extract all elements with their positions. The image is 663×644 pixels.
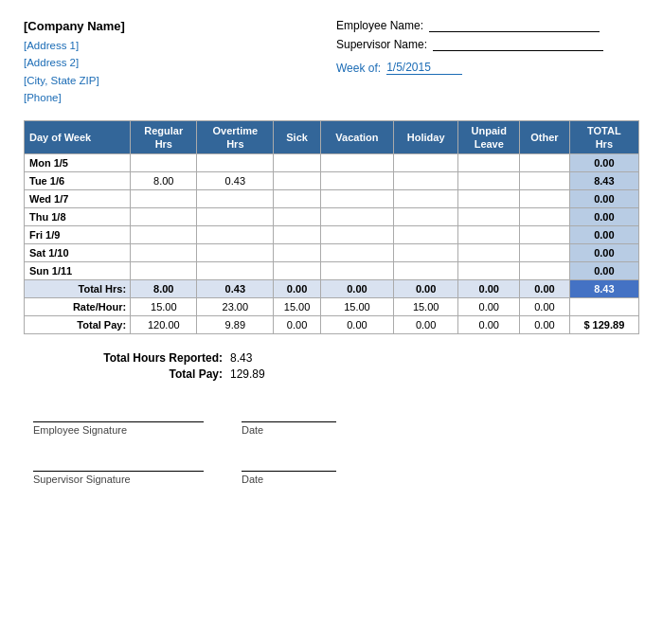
table-cell: [197, 262, 274, 280]
employee-name-label: Employee Name:: [336, 19, 423, 32]
employee-name-line: [429, 19, 600, 32]
table-cell: [131, 154, 197, 172]
table-cell: [458, 154, 520, 172]
table-cell: [458, 262, 520, 280]
table-header-row: Day of Week RegularHrs OvertimeHrs Sick …: [25, 120, 639, 154]
table-row: Fri 1/90.00: [25, 226, 639, 244]
header-section: [Company Name] [Address 1] [Address 2] […: [24, 19, 639, 107]
table-cell: [131, 262, 197, 280]
summary-hours-value: 8.43: [230, 351, 252, 365]
col-other: Other: [520, 120, 570, 154]
table-cell: [197, 208, 274, 226]
table-cell: Sat 1/10: [25, 244, 131, 262]
address1: [Address 1]: [24, 37, 125, 54]
table-cell: [320, 262, 393, 280]
summary-pay-row: Total Pay: 129.89: [81, 367, 639, 381]
pay-cell: 0.00: [393, 316, 457, 334]
table-cell: [458, 172, 520, 190]
table-cell: 8.00: [131, 172, 197, 190]
address2: [Address 2]: [24, 54, 125, 71]
total-hrs-cell: 0.00: [458, 280, 520, 298]
table-cell: Thu 1/8: [25, 208, 131, 226]
summary-pay-value: 129.89: [230, 367, 265, 381]
week-label: Week of:: [336, 62, 381, 75]
table-cell: [458, 190, 520, 208]
pay-cell: 9.89: [197, 316, 274, 334]
table-cell: Mon 1/5: [25, 154, 131, 172]
employee-name-row: Employee Name:: [336, 19, 600, 32]
total-pay-row: Total Pay:120.009.890.000.000.000.000.00…: [25, 316, 639, 334]
summary-pay-label: Total Pay:: [81, 367, 223, 381]
table-cell: [393, 262, 457, 280]
table-cell: [320, 244, 393, 262]
col-vacation: Vacation: [320, 120, 393, 154]
table-cell: [274, 190, 321, 208]
employee-sig-block: Employee Signature: [33, 409, 204, 436]
total-hrs-cell: 0.00: [320, 280, 393, 298]
supervisor-name-line: [433, 38, 603, 51]
table-cell: [274, 244, 321, 262]
table-cell: [520, 226, 570, 244]
pay-cell: 0.00: [458, 316, 520, 334]
signature-section: Employee Signature Date Supervisor Signa…: [24, 409, 639, 485]
supervisor-sig-row: Supervisor Signature Date: [33, 458, 639, 485]
table-cell: [320, 154, 393, 172]
table-cell: [520, 172, 570, 190]
table-cell: 0.00: [569, 262, 638, 280]
table-cell: [131, 208, 197, 226]
supervisor-sig-block: Supervisor Signature: [33, 458, 204, 485]
rate-cell: 0.00: [458, 298, 520, 316]
table-cell: [393, 172, 457, 190]
table-cell: [274, 172, 321, 190]
total-hrs-cell: 0.00: [274, 280, 321, 298]
table-cell: [197, 190, 274, 208]
total-hrs-cell: 0.00: [520, 280, 570, 298]
total-hrs-cell: 0.00: [393, 280, 457, 298]
table-cell: Tue 1/6: [25, 172, 131, 190]
table-cell: Sun 1/11: [25, 262, 131, 280]
table-cell: Fri 1/9: [25, 226, 131, 244]
rate-cell: 15.00: [320, 298, 393, 316]
rate-cell: 0.00: [520, 298, 570, 316]
pay-cell: $ 129.89: [569, 316, 638, 334]
total-hrs-cell: 8.00: [131, 280, 197, 298]
company-name: [Company Name]: [24, 19, 125, 33]
table-cell: 8.43: [569, 172, 638, 190]
col-overtime: OvertimeHrs: [197, 120, 274, 154]
table-row: Mon 1/50.00: [25, 154, 639, 172]
rate-cell: 15.00: [131, 298, 197, 316]
col-sick: Sick: [274, 120, 321, 154]
supervisor-date-line: [242, 458, 336, 472]
table-cell: [197, 226, 274, 244]
summary-hours-row: Total Hours Reported: 8.43: [81, 351, 639, 365]
table-cell: [274, 154, 321, 172]
table-cell: [393, 244, 457, 262]
table-cell: [274, 226, 321, 244]
employee-info: Employee Name: Supervisor Name: Week of:…: [336, 19, 639, 107]
col-regular: RegularHrs: [131, 120, 197, 154]
total-hrs-row: Total Hrs:8.000.430.000.000.000.000.008.…: [25, 280, 639, 298]
summary-hours-label: Total Hours Reported:: [81, 351, 223, 365]
rate-cell: 15.00: [274, 298, 321, 316]
table-cell: [131, 190, 197, 208]
table-cell: [520, 244, 570, 262]
employee-date-block: Date: [242, 409, 336, 436]
supervisor-sig-label: Supervisor Signature: [33, 474, 204, 485]
table-cell: 0.43: [197, 172, 274, 190]
table-row: Sun 1/110.00: [25, 262, 639, 280]
rate-cell: [569, 298, 638, 316]
week-row: Week of: 1/5/2015: [336, 61, 462, 75]
table-cell: [274, 208, 321, 226]
pay-cell: 0.00: [320, 316, 393, 334]
employee-sig-row: Employee Signature Date: [33, 409, 639, 436]
supervisor-sig-line: [33, 458, 204, 472]
employee-sig-label: Employee Signature: [33, 424, 204, 436]
table-cell: [320, 190, 393, 208]
rate-cell: 23.00: [197, 298, 274, 316]
supervisor-date-block: Date: [242, 458, 336, 485]
table-cell: [320, 226, 393, 244]
phone: [Phone]: [24, 89, 125, 106]
table-cell: [131, 244, 197, 262]
table-cell: [393, 154, 457, 172]
table-cell: [393, 190, 457, 208]
